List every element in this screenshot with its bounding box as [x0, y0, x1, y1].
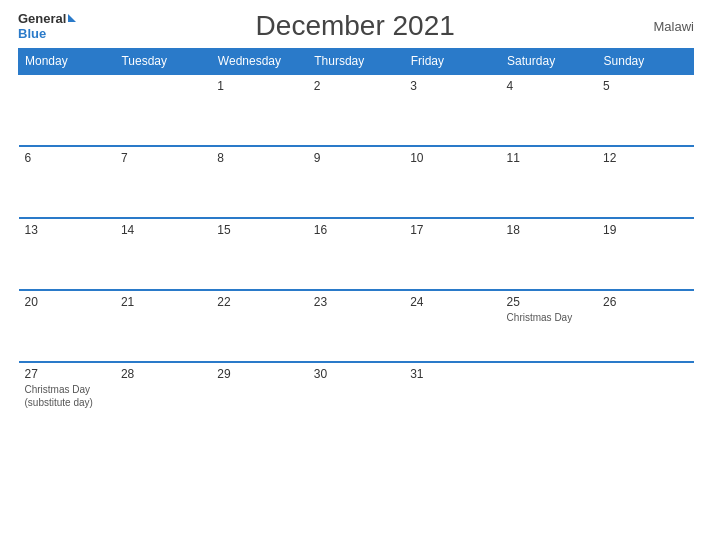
calendar-cell: 27Christmas Day (substitute day)	[19, 362, 115, 434]
calendar-cell: 8	[211, 146, 307, 218]
calendar-cell: 26	[597, 290, 693, 362]
calendar-cell	[115, 74, 211, 146]
day-number: 16	[314, 223, 398, 237]
day-number: 15	[217, 223, 301, 237]
header-tuesday: Tuesday	[115, 49, 211, 75]
calendar-cell: 16	[308, 218, 404, 290]
day-number: 14	[121, 223, 205, 237]
header-monday: Monday	[19, 49, 115, 75]
day-number: 30	[314, 367, 398, 381]
day-number: 20	[25, 295, 109, 309]
calendar-cell: 28	[115, 362, 211, 434]
day-number: 23	[314, 295, 398, 309]
day-number: 11	[507, 151, 591, 165]
header-thursday: Thursday	[308, 49, 404, 75]
calendar-cell: 10	[404, 146, 500, 218]
calendar-cell: 21	[115, 290, 211, 362]
logo-general-text: General	[18, 11, 66, 26]
day-number: 13	[25, 223, 109, 237]
day-number: 26	[603, 295, 687, 309]
calendar-cell: 15	[211, 218, 307, 290]
header-saturday: Saturday	[501, 49, 597, 75]
calendar-cell: 29	[211, 362, 307, 434]
calendar-cell: 5	[597, 74, 693, 146]
day-number: 7	[121, 151, 205, 165]
day-number: 18	[507, 223, 591, 237]
calendar-cell: 23	[308, 290, 404, 362]
calendar-cell: 20	[19, 290, 115, 362]
calendar-cell: 13	[19, 218, 115, 290]
day-number: 9	[314, 151, 398, 165]
calendar-cell: 4	[501, 74, 597, 146]
calendar-cell: 30	[308, 362, 404, 434]
calendar-cell: 9	[308, 146, 404, 218]
logo-blue-text: Blue	[18, 26, 46, 41]
header: General Blue December 2021 Malawi	[18, 10, 694, 42]
day-number: 31	[410, 367, 494, 381]
calendar-page: General Blue December 2021 Malawi Monday…	[0, 0, 712, 550]
calendar-cell: 31	[404, 362, 500, 434]
country-label: Malawi	[634, 19, 694, 34]
day-number: 29	[217, 367, 301, 381]
calendar-cell: 14	[115, 218, 211, 290]
calendar-cell	[597, 362, 693, 434]
calendar-cell: 12	[597, 146, 693, 218]
calendar-cell: 6	[19, 146, 115, 218]
day-number: 22	[217, 295, 301, 309]
calendar-week-row: 27Christmas Day (substitute day)28293031	[19, 362, 694, 434]
calendar-week-row: 202122232425Christmas Day26	[19, 290, 694, 362]
holiday-label: Christmas Day	[507, 311, 591, 324]
day-number: 21	[121, 295, 205, 309]
day-number: 25	[507, 295, 591, 309]
calendar-cell	[501, 362, 597, 434]
day-number: 6	[25, 151, 109, 165]
calendar-cell: 19	[597, 218, 693, 290]
calendar-table: Monday Tuesday Wednesday Thursday Friday…	[18, 48, 694, 434]
day-number: 10	[410, 151, 494, 165]
calendar-cell: 11	[501, 146, 597, 218]
calendar-week-row: 13141516171819	[19, 218, 694, 290]
calendar-cell: 17	[404, 218, 500, 290]
day-number: 1	[217, 79, 301, 93]
calendar-cell: 25Christmas Day	[501, 290, 597, 362]
calendar-cell: 7	[115, 146, 211, 218]
calendar-cell: 24	[404, 290, 500, 362]
day-number: 17	[410, 223, 494, 237]
month-title: December 2021	[76, 10, 634, 42]
day-number: 4	[507, 79, 591, 93]
logo: General Blue	[18, 11, 76, 41]
day-number: 3	[410, 79, 494, 93]
day-number: 24	[410, 295, 494, 309]
day-number: 12	[603, 151, 687, 165]
calendar-cell: 1	[211, 74, 307, 146]
calendar-week-row: 6789101112	[19, 146, 694, 218]
day-number: 27	[25, 367, 109, 381]
logo-triangle-icon	[68, 14, 76, 22]
header-friday: Friday	[404, 49, 500, 75]
weekday-header-row: Monday Tuesday Wednesday Thursday Friday…	[19, 49, 694, 75]
calendar-week-row: 12345	[19, 74, 694, 146]
header-wednesday: Wednesday	[211, 49, 307, 75]
holiday-label: Christmas Day (substitute day)	[25, 383, 109, 409]
day-number: 8	[217, 151, 301, 165]
calendar-cell	[19, 74, 115, 146]
calendar-cell: 3	[404, 74, 500, 146]
day-number: 5	[603, 79, 687, 93]
calendar-cell: 2	[308, 74, 404, 146]
day-number: 2	[314, 79, 398, 93]
day-number: 19	[603, 223, 687, 237]
day-number: 28	[121, 367, 205, 381]
calendar-cell: 18	[501, 218, 597, 290]
calendar-cell: 22	[211, 290, 307, 362]
header-sunday: Sunday	[597, 49, 693, 75]
